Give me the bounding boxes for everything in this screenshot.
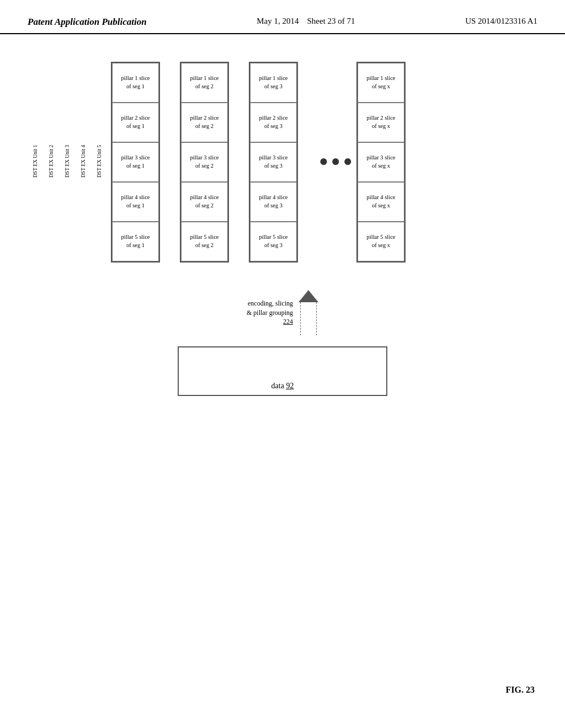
figure-label: FIG. 23 xyxy=(506,685,535,695)
arrow-body xyxy=(300,302,317,335)
publication-title: Patent Application Publication xyxy=(28,17,147,27)
pillar-cell: pillar 4 sliceof seg x xyxy=(358,182,404,222)
pillar-cell: pillar 5 sliceof seg 1 xyxy=(112,222,159,261)
page-header: Patent Application Publication May 1, 20… xyxy=(0,0,565,34)
pillar-cell: pillar 5 sliceof seg 3 xyxy=(250,222,297,261)
pillar-cell: pillar 2 sliceof seg x xyxy=(358,103,404,142)
header-center: May 1, 2014 Sheet 23 of 71 xyxy=(257,17,355,26)
encoding-label: encoding, slicing & pillar grouping 224 xyxy=(247,299,293,326)
pillar-cell: pillar 4 sliceof seg 3 xyxy=(250,182,297,222)
pillar-cell: pillar 1 sliceof seg 1 xyxy=(112,63,159,103)
pillar-cell: pillar 4 sliceof seg 1 xyxy=(112,182,159,222)
upward-arrow xyxy=(299,290,318,335)
lower-diagram-section: encoding, slicing & pillar grouping 224 … xyxy=(28,290,537,396)
publication-date: May 1, 2014 xyxy=(257,17,299,25)
pillar-cell: pillar 2 sliceof seg 2 xyxy=(181,103,228,142)
unit-label-3: DST EX Unit 3 xyxy=(60,62,75,260)
header-right: US 2014/0123316 A1 xyxy=(465,17,537,26)
pillar-cell: pillar 4 sliceof seg 2 xyxy=(181,182,228,222)
arrow-section: encoding, slicing & pillar grouping 224 xyxy=(247,290,318,335)
encoding-line1: encoding, slicing xyxy=(248,299,293,307)
top-diagram-section: DST EX Unit 1 DST EX Unit 2 DST EX Unit … xyxy=(28,62,537,263)
segment-2-grid: pillar 1 sliceof seg 2 pillar 2 sliceof … xyxy=(180,62,229,263)
pillar-cell: pillar 3 sliceof seg 2 xyxy=(181,142,228,182)
encoding-line2: & pillar grouping xyxy=(247,309,293,317)
continuation-dots: ●●● xyxy=(318,62,356,260)
data-label: data 92 xyxy=(271,382,294,390)
unit-label-5: DST EX Unit 5 xyxy=(92,62,107,260)
data-ref: 92 xyxy=(286,382,294,390)
encoding-ref: 224 xyxy=(283,318,293,325)
segment-1-grid: pillar 1 sliceof seg 1 pillar 2 sliceof … xyxy=(111,62,160,263)
pillar-cell: pillar 2 sliceof seg 1 xyxy=(112,103,159,142)
segment-3-grid: pillar 1 sliceof seg 3 pillar 2 sliceof … xyxy=(249,62,298,263)
patent-number: US 2014/0123316 A1 xyxy=(465,17,537,25)
main-content: DST EX Unit 1 DST EX Unit 2 DST EX Unit … xyxy=(0,40,565,407)
fig-text: FIG. 23 xyxy=(506,685,535,694)
unit-label-1: DST EX Unit 1 xyxy=(28,62,43,260)
pillar-cell: pillar 1 sliceof seg 3 xyxy=(250,63,297,103)
pillar-cell: pillar 1 sliceof seg x xyxy=(358,63,404,103)
sheet-number: Sheet 23 of 71 xyxy=(307,17,355,25)
arrow-head xyxy=(299,290,318,302)
pillar-cell: pillar 5 sliceof seg 2 xyxy=(181,222,228,261)
pillar-cell: pillar 3 sliceof seg 1 xyxy=(112,142,159,182)
pillar-cell: pillar 3 sliceof seg x xyxy=(358,142,404,182)
data-text: data xyxy=(271,382,284,390)
segment-x-grid: pillar 1 sliceof seg x pillar 2 sliceof … xyxy=(356,62,406,263)
pillar-cell: pillar 2 sliceof seg 3 xyxy=(250,103,297,142)
pillar-cell: pillar 3 sliceof seg 3 xyxy=(250,142,297,182)
header-title: Patent Application Publication xyxy=(28,17,147,28)
unit-label-2: DST EX Unit 2 xyxy=(44,62,59,260)
data-box: data 92 xyxy=(178,346,387,396)
pillar-cell: pillar 5 sliceof seg x xyxy=(358,222,404,261)
pillar-cell: pillar 1 sliceof seg 2 xyxy=(181,63,228,103)
unit-label-4: DST EX Unit 4 xyxy=(76,62,91,260)
